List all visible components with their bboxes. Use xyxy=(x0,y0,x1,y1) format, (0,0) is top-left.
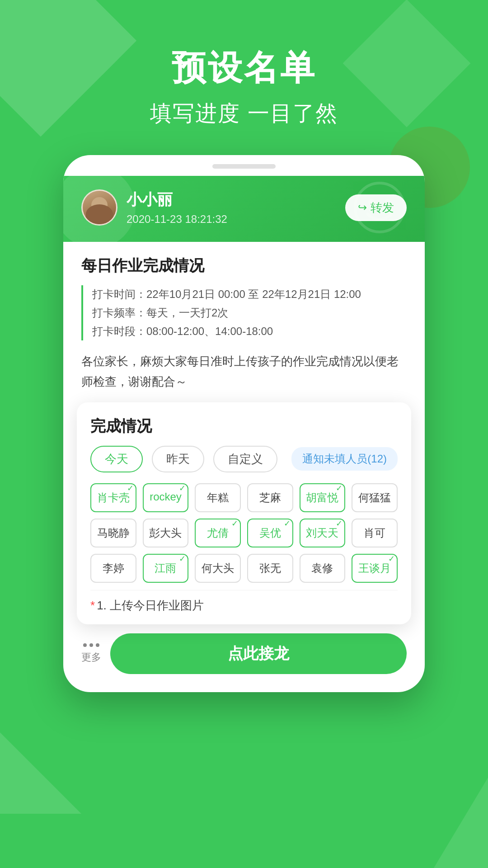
content-area: 每日作业完成情况 打卡时间：22年10月21日 00:00 至 22年12月21… xyxy=(63,242,425,624)
required-star: * xyxy=(90,599,95,612)
bottom-bar: 更多 点此接龙 xyxy=(63,624,425,679)
avatar xyxy=(81,189,117,226)
app-banner: 小小丽 2020-11-23 18:21:32 ↪ 转发 xyxy=(63,176,425,242)
name-cell[interactable]: 胡富悦 xyxy=(300,483,346,512)
name-cell[interactable]: 芝麻 xyxy=(247,483,293,512)
bg-triangle-bottom-right xyxy=(434,778,488,868)
header-subtitle: 填写进度 一目了然 xyxy=(0,99,488,128)
dots-row xyxy=(83,643,99,647)
name-cell[interactable]: 袁修 xyxy=(300,554,346,583)
phone-mockup: 小小丽 2020-11-23 18:21:32 ↪ 转发 每日作业完成情况 打卡… xyxy=(63,155,425,692)
required-line: *1. 上传今日作业图片 xyxy=(90,590,398,613)
info-line-3: 打卡时段：08:00-12:00、14:00-18:00 xyxy=(92,322,407,341)
name-cell[interactable]: 江雨 xyxy=(143,554,189,583)
user-name: 小小丽 xyxy=(127,189,336,210)
more-label: 更多 xyxy=(81,651,101,664)
filter-today[interactable]: 今天 xyxy=(90,446,143,472)
bg-triangle-bottom-left xyxy=(0,732,81,814)
action-button[interactable]: 点此接龙 xyxy=(110,633,407,674)
dot-3 xyxy=(96,643,99,647)
filter-yesterday[interactable]: 昨天 xyxy=(152,446,204,472)
filter-custom[interactable]: 自定义 xyxy=(213,446,277,472)
name-cell[interactable]: 彭大头 xyxy=(143,519,189,547)
info-block: 打卡时间：22年10月21日 00:00 至 22年12月21日 12:00 打… xyxy=(81,285,407,340)
name-cell[interactable]: 何猛猛 xyxy=(352,483,398,512)
info-line-1: 打卡时间：22年10月21日 00:00 至 22年12月21日 12:00 xyxy=(92,285,407,304)
name-cell[interactable]: 刘天天 xyxy=(300,519,346,547)
svg-point-0 xyxy=(355,183,404,232)
more-menu[interactable]: 更多 xyxy=(81,643,101,664)
name-cell[interactable]: 张无 xyxy=(247,554,293,583)
user-time: 2020-11-23 18:21:32 xyxy=(127,213,336,226)
name-cell[interactable]: 肖卡壳 xyxy=(90,483,136,512)
content-description: 各位家长，麻烦大家每日准时上传孩子的作业完成情况以便老师检查，谢谢配合～ xyxy=(81,351,407,391)
svg-point-2 xyxy=(385,199,391,205)
name-cell[interactable]: rockey xyxy=(143,483,189,512)
name-cell[interactable]: 吴优 xyxy=(247,519,293,547)
notify-unfilled-button[interactable]: 通知未填人员(12) xyxy=(291,447,398,471)
dot-2 xyxy=(89,643,93,647)
name-grid: 肖卡壳rockey年糕芝麻胡富悦何猛猛马晓静彭大头尤倩吴优刘天天肖可李婷江雨何大… xyxy=(90,483,398,583)
dot-1 xyxy=(83,643,87,647)
filter-row: 今天 昨天 自定义 通知未填人员(12) xyxy=(90,446,398,472)
header-title: 预设名单 xyxy=(0,45,488,92)
status-card-title: 完成情况 xyxy=(90,416,398,437)
svg-point-1 xyxy=(368,199,375,205)
name-cell[interactable]: 王谈月 xyxy=(352,554,398,583)
user-info: 小小丽 2020-11-23 18:21:32 xyxy=(127,189,336,226)
name-cell[interactable]: 年糕 xyxy=(195,483,241,512)
name-cell[interactable]: 肖可 xyxy=(352,519,398,547)
content-title: 每日作业完成情况 xyxy=(81,255,407,276)
info-line-2: 打卡频率：每天，一天打2次 xyxy=(92,304,407,322)
name-cell[interactable]: 尤倩 xyxy=(195,519,241,547)
smiley-icon xyxy=(352,180,407,235)
name-cell[interactable]: 马晓静 xyxy=(90,519,136,547)
required-field-text: 1. 上传今日作业图片 xyxy=(97,599,204,612)
status-card: 完成情况 今天 昨天 自定义 通知未填人员(12) 肖卡壳rockey年糕芝麻胡… xyxy=(77,402,411,624)
phone-speaker xyxy=(212,164,276,169)
name-cell[interactable]: 李婷 xyxy=(90,554,136,583)
header-section: 预设名单 填写进度 一目了然 xyxy=(0,0,488,128)
name-cell[interactable]: 何大头 xyxy=(195,554,241,583)
